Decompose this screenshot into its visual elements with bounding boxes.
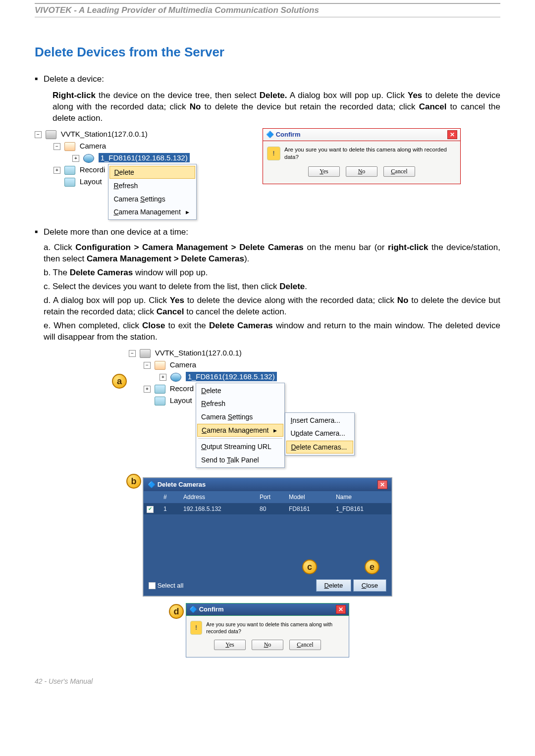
close-button[interactable]: Close	[353, 579, 386, 592]
expand-icon[interactable]: +	[72, 155, 79, 162]
bullet-delete-one: Delete a device: Right-click the device …	[44, 74, 500, 124]
confirm-title: Confirm	[199, 605, 224, 613]
badge-b: b	[126, 474, 141, 489]
cameras-table: # Address Port Model Name 1 192.168.5.1	[144, 491, 391, 514]
menu-camera-settings[interactable]: Camera Settings	[108, 193, 196, 205]
menu-talk-panel[interactable]: Send to Talk Panel	[196, 454, 284, 466]
submenu-delete[interactable]: Delete Cameras...	[286, 441, 353, 454]
device-tree-1: − VVTK_Station1(127.0.0.1) − Camera + 1_…	[35, 128, 243, 220]
camera-folder-icon	[155, 361, 165, 370]
page-header: VIVOTEK - A Leading Provider of Multimed…	[35, 3, 500, 17]
cancel-button[interactable]: Cancel	[383, 166, 415, 177]
submenu-insert[interactable]: Insert Camera...	[285, 414, 354, 427]
step-e: e. When completed, click Close to exit t…	[44, 320, 500, 343]
col-num[interactable]: #	[160, 491, 180, 504]
confirm-message: Are you sure you want to delete this cam…	[206, 621, 345, 635]
yes-button[interactable]: Yes	[308, 166, 340, 177]
station-label[interactable]: VVTK_Station1(127.0.0.1)	[61, 130, 148, 138]
confirm-message: Are you sure you want to delete this cam…	[284, 146, 456, 161]
cancel-button[interactable]: Cancel	[289, 640, 321, 650]
camera-item-selected[interactable]: 1_FD8161(192.168.5.132)	[186, 372, 277, 381]
station-label[interactable]: VVTK_Station1(127.0.0.1)	[155, 349, 242, 357]
warning-icon: !	[190, 621, 202, 635]
menu-camera-settings[interactable]: Camera Settings	[196, 410, 284, 423]
step-c: c. Select the devices you want to delete…	[44, 281, 500, 293]
bullet-delete-many: Delete more than one device at a time:	[44, 227, 500, 238]
expand-icon[interactable]: +	[160, 374, 166, 381]
camera-group-label[interactable]: Camera	[170, 360, 196, 369]
collapse-icon[interactable]: −	[144, 362, 151, 369]
col-name[interactable]: Name	[333, 491, 391, 504]
badge-c: c	[302, 559, 317, 574]
bullet1-lead: Delete a device:	[44, 74, 104, 84]
badge-e: e	[365, 559, 379, 574]
section-title: Delete Devices from the Server	[35, 45, 500, 60]
warning-icon: !	[267, 147, 280, 160]
context-submenu: Insert Camera... Update Camera... Delete…	[285, 412, 355, 455]
menu-camera-management[interactable]: Camera Management▸	[197, 424, 283, 437]
layout-icon	[64, 178, 75, 187]
submenu-update[interactable]: Update Camera...	[285, 427, 354, 440]
camera-group-label[interactable]: Camera	[80, 142, 106, 150]
bullet2-lead: Delete more than one device at a time:	[44, 227, 188, 237]
step-d: d. A dialog box will pop up. Click Yes t…	[44, 295, 500, 318]
delete-button[interactable]: Delete	[316, 579, 352, 592]
delete-cameras-window: 🔷 Delete Cameras ✕ # Address Port	[143, 478, 392, 596]
layout-label[interactable]: Layout	[170, 396, 192, 404]
close-icon[interactable]: ✕	[336, 605, 346, 614]
context-menu-1: DDeleteelete Refresh Camera Settings Cam…	[108, 164, 196, 220]
recording-icon	[155, 385, 165, 394]
menu-refresh[interactable]: Refresh	[196, 397, 284, 410]
menu-refresh[interactable]: Refresh	[108, 179, 196, 192]
menu-delete[interactable]: Delete	[196, 384, 284, 397]
expand-icon[interactable]: +	[144, 386, 151, 393]
confirm-title: Confirm	[276, 131, 301, 138]
step-a: a. Click Configuration > Camera Manageme…	[44, 242, 500, 265]
close-icon[interactable]: ✕	[377, 480, 387, 489]
step-b: b. The Delete Cameras window will pop up…	[44, 267, 500, 279]
col-address[interactable]: Address	[180, 491, 257, 504]
no-button[interactable]: No	[252, 640, 283, 650]
collapse-icon[interactable]: −	[35, 131, 42, 138]
col-model[interactable]: Model	[286, 491, 333, 504]
layout-icon	[155, 397, 165, 405]
yes-button[interactable]: Yes	[214, 640, 246, 650]
collapse-icon[interactable]: −	[54, 143, 60, 150]
collapse-icon[interactable]: −	[129, 350, 136, 357]
camera-icon	[83, 154, 94, 163]
device-tree-2: − VVTK_Station1(127.0.0.1) − Camera + 1_…	[129, 347, 406, 468]
menu-delete[interactable]: DDeleteelete	[109, 166, 195, 179]
station-icon	[140, 349, 151, 358]
select-all-checkbox[interactable]: Select all	[149, 581, 183, 590]
recording-icon	[64, 166, 75, 175]
menu-camera-management[interactable]: Camera Management▸	[108, 205, 196, 218]
badge-a: a	[112, 374, 127, 389]
page-footer: 42 - User's Manual	[35, 677, 500, 685]
recording-label[interactable]: Recordi	[80, 165, 106, 174]
camera-icon	[170, 373, 181, 382]
station-icon	[46, 130, 56, 139]
table-row[interactable]: 1 192.168.5.132 80 FD8161 1_FD8161	[144, 504, 391, 515]
col-port[interactable]: Port	[257, 491, 286, 504]
recording-label[interactable]: Record	[170, 384, 194, 393]
confirm-dialog-2: 🔷 Confirm ✕ ! Are you sure you want to d…	[186, 603, 349, 657]
layout-label[interactable]: Layout	[80, 177, 102, 186]
delete-cameras-title: Delete Cameras	[158, 481, 206, 488]
badge-d: d	[169, 604, 184, 619]
expand-icon[interactable]: +	[54, 167, 60, 174]
no-button[interactable]: No	[346, 166, 377, 177]
confirm-dialog-1: 🔷 Confirm ✕ ! Are you sure you want to d…	[263, 128, 461, 184]
camera-item-selected[interactable]: 1_FD8161(192.168.5.132)	[99, 153, 190, 162]
menu-output-url[interactable]: Output Streaming URL	[196, 440, 284, 453]
row-checkbox[interactable]	[147, 506, 154, 513]
checkbox-icon[interactable]	[149, 582, 156, 589]
camera-folder-icon	[64, 142, 75, 151]
header-text: VIVOTEK - A Leading Provider of Multimed…	[35, 5, 319, 15]
context-menu-2: Delete Refresh Camera Settings Camera Ma…	[196, 383, 285, 468]
close-icon[interactable]: ✕	[447, 130, 457, 139]
